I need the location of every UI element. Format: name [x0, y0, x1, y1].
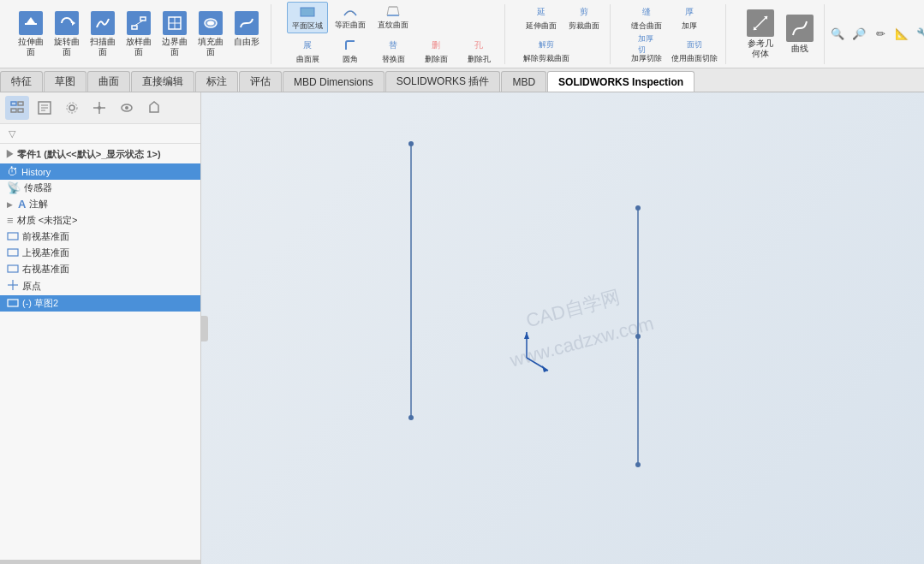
- feature-tree-icon-btn[interactable]: [5, 96, 29, 120]
- knit-surface-btn[interactable]: 缝 缝合曲面: [626, 3, 667, 33]
- tab-surface[interactable]: 曲面: [87, 71, 130, 92]
- svg-line-16: [754, 16, 767, 30]
- thicken-cut-btn[interactable]: 加厚切 加厚切除: [626, 35, 667, 65]
- thicken-cut-icon: 加厚切: [638, 36, 655, 53]
- tree-item-sensor[interactable]: 📡 传感器: [0, 180, 200, 196]
- sidebar-filter: ▽: [0, 124, 200, 144]
- canvas-resize-handle[interactable]: [201, 316, 208, 341]
- surface-expand-icon: 展: [299, 37, 316, 54]
- thicken-cut-label: 加厚切除: [631, 53, 662, 64]
- tree-item-sketch2[interactable]: (-) 草图2: [0, 295, 200, 312]
- config-icon-btn[interactable]: [60, 96, 84, 120]
- reference-geometry-btn[interactable]: 参考几何体: [743, 8, 778, 61]
- front-plane-label: 前视基准面: [22, 230, 194, 243]
- svg-rect-3: [132, 26, 137, 29]
- surface-expand-btn[interactable]: 展 曲面展: [287, 36, 328, 66]
- canvas-area[interactable]: CAD自学网www.cadzxw.com: [201, 92, 924, 564]
- sensor-icon: 📡: [7, 181, 21, 194]
- svg-rect-20: [18, 102, 23, 105]
- svg-point-31: [98, 106, 101, 110]
- tree-item-top-plane[interactable]: 上视基准面: [0, 245, 200, 261]
- loft-surface-btn[interactable]: 放样曲面: [122, 9, 156, 59]
- extend-surface-icon: 延: [533, 3, 550, 21]
- replace-face-btn[interactable]: 替 替换面: [373, 36, 414, 66]
- plane-region-icon: [299, 3, 316, 21]
- property-icon-btn[interactable]: [33, 96, 57, 120]
- trim-bottom: 解剪 解除剪裁曲面: [521, 35, 605, 65]
- tab-mbd-dimensions[interactable]: MBD Dimensions: [283, 71, 385, 92]
- knit-surface-label: 缝合曲面: [631, 21, 662, 32]
- ruled-surface-btn[interactable]: 直纹曲面: [373, 2, 414, 33]
- untrim-surface-label: 解除剪裁曲面: [523, 53, 569, 64]
- svg-line-49: [527, 358, 548, 371]
- root-expand-arrow[interactable]: ▶: [5, 149, 15, 159]
- fillet-icon: [342, 37, 359, 54]
- material-icon: ≡: [7, 214, 14, 227]
- tree-item-origin[interactable]: 原点: [0, 277, 200, 295]
- surface-create-group: 拉伸曲面 旋转曲面 扫描曲面 放样曲面: [7, 4, 271, 64]
- extend-surface-btn[interactable]: 延 延伸曲面: [521, 3, 562, 33]
- boundary-surface-btn[interactable]: 边界曲面: [158, 9, 192, 59]
- surface-expand-label: 曲面展: [296, 54, 319, 65]
- appearance-icon-btn[interactable]: [142, 96, 166, 120]
- sidebar-icon-row: [0, 92, 200, 124]
- trim-surface-btn[interactable]: 剪 剪裁曲面: [563, 3, 605, 33]
- history-icon: ⏱: [7, 165, 18, 178]
- svg-line-5: [134, 21, 143, 26]
- plane-region-btn[interactable]: 平面区域: [287, 2, 328, 33]
- curve-label: 曲线: [791, 44, 808, 54]
- svg-marker-1: [27, 17, 35, 23]
- curve-btn[interactable]: 曲线: [783, 13, 817, 56]
- delete-hole-btn[interactable]: 孔 删除孔: [458, 36, 499, 66]
- sidebar: ▽ ▶ 零件1 (默认<<默认>_显示状态 1>) ⏱ History 📡 传感…: [0, 92, 201, 564]
- thicken-icon: 厚: [681, 3, 698, 21]
- top-plane-icon: [7, 246, 19, 259]
- surface-buttons-row: 拉伸曲面 旋转曲面 扫描曲面 放样曲面: [14, 9, 264, 59]
- untrim-surface-icon: 解剪: [538, 36, 555, 53]
- thicken-btn[interactable]: 厚 加厚: [669, 3, 710, 33]
- origin-icon-btn[interactable]: [87, 96, 111, 120]
- rotate-surface-btn[interactable]: 旋转曲面: [50, 9, 84, 59]
- surface-cut-btn[interactable]: 面切 使用曲面切除: [669, 35, 720, 65]
- measure-icon[interactable]: 📐: [892, 25, 911, 44]
- tree-root-label: ▶ 零件1 (默认<<默认>_显示状态 1>): [0, 145, 200, 163]
- pull-surface-btn[interactable]: 拉伸曲面: [14, 9, 48, 59]
- tree-item-history[interactable]: ⏱ History: [0, 163, 200, 180]
- fillet-btn[interactable]: 圆角: [330, 36, 371, 66]
- tab-dimension[interactable]: 标注: [195, 71, 238, 92]
- tab-feature[interactable]: 特征: [0, 71, 43, 92]
- surface-ops-bottom: 展 曲面展 圆角 替 替换面 删 删除面 孔 删除孔: [287, 36, 499, 66]
- settings-icon[interactable]: 🔧: [914, 25, 924, 44]
- sidebar-resize-handle[interactable]: [0, 560, 200, 564]
- scan-surface-btn[interactable]: 扫描曲面: [86, 9, 120, 59]
- svg-rect-21: [11, 109, 16, 112]
- untrim-surface-btn[interactable]: 解剪 解除剪裁曲面: [521, 35, 572, 65]
- reference-geometry-label: 参考几何体: [748, 39, 773, 59]
- tree-item-right-plane[interactable]: 右视基准面: [0, 261, 200, 277]
- zoom-icon[interactable]: 🔎: [849, 25, 868, 44]
- tree-item-front-plane[interactable]: 前视基准面: [0, 229, 200, 245]
- tab-mbd[interactable]: MBD: [501, 71, 546, 92]
- ruled-surface-label: 直纹曲面: [378, 20, 408, 31]
- display-icon-btn[interactable]: [115, 96, 139, 120]
- svg-rect-0: [25, 23, 37, 25]
- tab-evaluate[interactable]: 评估: [239, 71, 282, 92]
- tab-sketch[interactable]: 草图: [44, 71, 86, 92]
- tab-direct-edit[interactable]: 直接编辑: [131, 71, 194, 92]
- surface-ops-top: 平面区域 等距曲面 直纹曲面: [287, 2, 499, 33]
- main-area: ▽ ▶ 零件1 (默认<<默认>_显示状态 1>) ⏱ History 📡 传感…: [0, 92, 924, 564]
- edit-icon[interactable]: ✏: [871, 25, 890, 44]
- tab-solidworks-plugin[interactable]: SOLIDWORKS 插件: [385, 71, 501, 92]
- search-icon[interactable]: 🔍: [828, 25, 847, 44]
- history-label: History: [21, 167, 194, 177]
- tree-item-annotation[interactable]: ▶ A 注解: [0, 196, 200, 212]
- delete-face-btn[interactable]: 删 删除面: [415, 36, 456, 66]
- svg-rect-36: [8, 265, 18, 272]
- tree-item-material[interactable]: ≡ 材质 <未指定>: [0, 212, 200, 229]
- delete-hole-icon: 孔: [470, 37, 487, 54]
- offset-surface-btn[interactable]: 等距曲面: [330, 2, 371, 33]
- fill-surface-btn[interactable]: 填充曲面: [194, 9, 228, 59]
- freeform-btn[interactable]: 自由形: [230, 9, 264, 59]
- boundary-surface-icon: [163, 11, 187, 35]
- tab-solidworks-inspection[interactable]: SOLIDWORKS Inspection: [547, 71, 694, 92]
